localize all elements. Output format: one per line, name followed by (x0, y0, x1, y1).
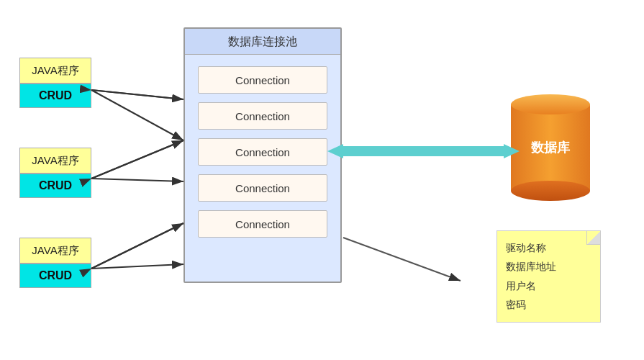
connection-3: Connection (198, 138, 327, 166)
note-line-2: 数据库地址 (506, 257, 591, 276)
java-program-1: JAVA程序 (19, 58, 91, 84)
svg-line-7 (91, 140, 183, 179)
java-program-2: JAVA程序 (19, 148, 91, 174)
java-group-2: JAVA程序 CRUD (19, 148, 91, 198)
cylinder-bottom (511, 181, 590, 201)
svg-line-9 (91, 179, 183, 181)
crud-box-3: CRUD (19, 264, 91, 288)
svg-line-8 (91, 140, 183, 179)
connection-4: Connection (198, 174, 327, 202)
note-line-1: 驱动名称 (506, 238, 591, 258)
connection-2: Connection (198, 102, 327, 130)
crud-box-1: CRUD (19, 84, 91, 108)
diagram-container: JAVA程序 CRUD JAVA程序 CRUD JAVA程序 CRUD 数据库连… (0, 0, 644, 360)
svg-line-12 (91, 264, 183, 269)
note-line-4: 密码 (506, 295, 591, 315)
svg-line-4 (91, 90, 183, 99)
svg-line-5 (91, 90, 183, 99)
svg-line-16 (343, 238, 461, 281)
cylinder-top (511, 94, 590, 114)
connection-5: Connection (198, 210, 327, 238)
java-group-1: JAVA程序 CRUD (19, 58, 91, 108)
pool-title: 数据库连接池 (185, 29, 340, 55)
cylinder-body: 数据库 (511, 104, 590, 191)
java-group-3: JAVA程序 CRUD (19, 238, 91, 288)
database-cylinder: 数据库 (511, 104, 590, 191)
svg-line-10 (91, 223, 183, 269)
connection-1: Connection (198, 66, 327, 94)
note-line-3: 用户名 (506, 276, 591, 296)
svg-line-11 (91, 223, 183, 269)
database-label: 数据库 (531, 139, 570, 156)
crud-box-2: CRUD (19, 174, 91, 198)
connection-pool: 数据库连接池 Connection Connection Connection … (183, 27, 342, 283)
svg-line-6 (91, 90, 183, 140)
note-box: 驱动名称 数据库地址 用户名 密码 (496, 230, 601, 323)
java-program-3: JAVA程序 (19, 238, 91, 264)
pool-connections-list: Connection Connection Connection Connect… (185, 59, 340, 245)
